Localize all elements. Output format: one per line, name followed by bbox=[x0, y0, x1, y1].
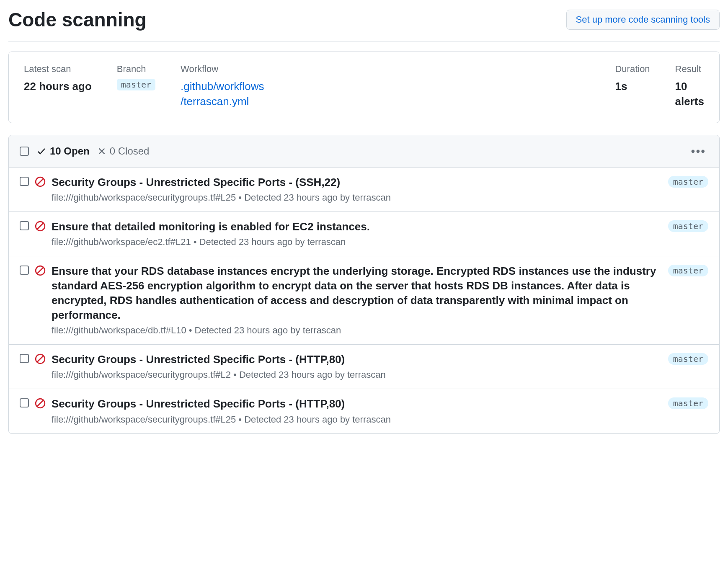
page-title: Code scanning bbox=[8, 8, 147, 31]
workflow-link[interactable]: .github/workflows /terrascan.yml bbox=[181, 79, 264, 109]
svg-line-5 bbox=[37, 223, 43, 229]
branch-tag[interactable]: master bbox=[668, 353, 708, 365]
result-count: 10 bbox=[675, 80, 687, 93]
branch-chip[interactable]: master bbox=[117, 79, 155, 90]
alert-row: Security Groups - Unrestricted Specific … bbox=[9, 389, 719, 433]
x-icon bbox=[97, 147, 106, 156]
alert-body: Ensure that detailed monitoring is enabl… bbox=[52, 219, 657, 248]
branch-tag[interactable]: master bbox=[668, 176, 708, 188]
setup-tools-button[interactable]: Set up more code scanning tools bbox=[566, 10, 720, 30]
summary-label: Latest scan bbox=[24, 64, 92, 75]
alert-body: Security Groups - Unrestricted Specific … bbox=[52, 397, 657, 425]
summary-duration: Duration 1s bbox=[615, 64, 650, 109]
more-actions-button[interactable]: ••• bbox=[689, 144, 708, 158]
summary-value: 10 alerts bbox=[675, 79, 704, 109]
alert-body: Ensure that your RDS database instances … bbox=[52, 264, 657, 336]
latest-scan-summary: Latest scan 22 hours ago Branch master W… bbox=[8, 52, 720, 123]
svg-line-9 bbox=[37, 356, 43, 362]
alerts-list: Security Groups - Unrestricted Specific … bbox=[9, 168, 719, 433]
svg-line-7 bbox=[37, 268, 43, 273]
branch-tag[interactable]: master bbox=[668, 397, 708, 409]
alert-title[interactable]: Security Groups - Unrestricted Specific … bbox=[52, 397, 657, 411]
alert-body: Security Groups - Unrestricted Specific … bbox=[52, 175, 657, 203]
summary-label: Result bbox=[675, 64, 704, 75]
alert-checkbox[interactable] bbox=[20, 398, 29, 407]
alert-title[interactable]: Security Groups - Unrestricted Specific … bbox=[52, 175, 657, 190]
summary-latest-scan: Latest scan 22 hours ago bbox=[24, 64, 92, 109]
result-unit: alerts bbox=[675, 95, 704, 108]
alert-title[interactable]: Security Groups - Unrestricted Specific … bbox=[52, 352, 657, 367]
workflow-path-line: /terrascan.yml bbox=[181, 95, 249, 108]
alert-checkbox[interactable] bbox=[20, 221, 29, 230]
tab-open-label: 10 Open bbox=[50, 145, 90, 157]
alert-meta: file:///github/workspace/securitygroups.… bbox=[52, 192, 657, 203]
alert-checkbox[interactable] bbox=[20, 177, 29, 186]
summary-result: Result 10 alerts bbox=[675, 64, 704, 109]
prohibit-icon bbox=[35, 265, 46, 276]
tab-closed[interactable]: 0 Closed bbox=[97, 145, 150, 157]
alert-row: Ensure that detailed monitoring is enabl… bbox=[9, 212, 719, 256]
alert-title[interactable]: Ensure that detailed monitoring is enabl… bbox=[52, 219, 657, 234]
alert-meta: file:///github/workspace/securitygroups.… bbox=[52, 414, 657, 425]
check-icon bbox=[36, 146, 46, 156]
alert-checkbox[interactable] bbox=[20, 266, 29, 275]
alert-row: Security Groups - Unrestricted Specific … bbox=[9, 168, 719, 212]
prohibit-icon bbox=[35, 398, 46, 409]
alerts-panel: 10 Open 0 Closed ••• Security Groups - U… bbox=[8, 135, 720, 434]
tab-closed-label: 0 Closed bbox=[110, 145, 150, 157]
alert-title[interactable]: Ensure that your RDS database instances … bbox=[52, 264, 657, 322]
page-header: Code scanning Set up more code scanning … bbox=[8, 8, 720, 41]
prohibit-icon bbox=[35, 221, 46, 232]
alert-row: Ensure that your RDS database instances … bbox=[9, 256, 719, 345]
prohibit-icon bbox=[35, 353, 46, 364]
alert-row: Security Groups - Unrestricted Specific … bbox=[9, 345, 719, 389]
summary-value: 22 hours ago bbox=[24, 79, 92, 94]
summary-branch: Branch master bbox=[117, 64, 155, 109]
branch-tag[interactable]: master bbox=[668, 265, 708, 276]
alert-meta: file:///github/workspace/ec2.tf#L21 • De… bbox=[52, 237, 657, 248]
alert-checkbox[interactable] bbox=[20, 354, 29, 363]
svg-line-3 bbox=[37, 179, 43, 185]
svg-line-11 bbox=[37, 400, 43, 406]
summary-label: Duration bbox=[615, 64, 650, 75]
alert-body: Security Groups - Unrestricted Specific … bbox=[52, 352, 657, 380]
summary-label: Branch bbox=[117, 64, 155, 75]
select-all-checkbox[interactable] bbox=[20, 147, 29, 156]
summary-label: Workflow bbox=[181, 64, 264, 75]
tab-open[interactable]: 10 Open bbox=[36, 145, 90, 157]
alert-meta: file:///github/workspace/securitygroups.… bbox=[52, 369, 657, 380]
summary-workflow: Workflow .github/workflows /terrascan.ym… bbox=[181, 64, 264, 109]
alerts-header: 10 Open 0 Closed ••• bbox=[9, 135, 719, 168]
prohibit-icon bbox=[35, 176, 46, 187]
branch-tag[interactable]: master bbox=[668, 220, 708, 232]
summary-value: 1s bbox=[615, 79, 650, 94]
alert-meta: file:///github/workspace/db.tf#L10 • Det… bbox=[52, 325, 657, 336]
workflow-path-line: .github/workflows bbox=[181, 80, 264, 93]
